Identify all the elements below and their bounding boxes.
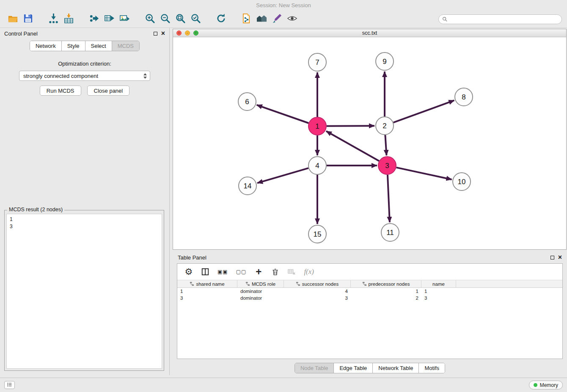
- tab-node-table[interactable]: Node Table: [295, 363, 334, 373]
- graph-node-label: 4: [315, 162, 319, 170]
- window-title: Session: New Session: [0, 0, 567, 11]
- delete-row-trash-icon[interactable]: [271, 267, 279, 277]
- memory-button[interactable]: Memory: [529, 381, 563, 389]
- overview-button[interactable]: [254, 13, 269, 26]
- graph-edge-3-1[interactable]: [326, 131, 379, 161]
- close-panel-icon[interactable]: ×: [161, 30, 165, 37]
- float-panel-icon[interactable]: [154, 32, 157, 36]
- graph-node-9[interactable]: 9: [376, 52, 394, 70]
- graph-node-4[interactable]: 4: [308, 157, 326, 174]
- graph-node-6[interactable]: 6: [238, 93, 256, 110]
- tab-motifs[interactable]: Motifs: [418, 363, 445, 373]
- graph-edge-1-2[interactable]: [327, 126, 374, 126]
- tab-select[interactable]: Select: [85, 41, 112, 51]
- close-table-panel-icon[interactable]: ×: [558, 254, 562, 261]
- zoom-out-button[interactable]: [157, 13, 173, 26]
- criterion-dropdown[interactable]: strongly connected component: [19, 71, 150, 81]
- search-field[interactable]: [438, 14, 562, 24]
- graph-edge-1-6[interactable]: [257, 105, 309, 123]
- graph-node-1[interactable]: 1: [308, 117, 326, 135]
- table-settings-gear-icon[interactable]: ⚙: [184, 267, 193, 277]
- zoom-fit-button[interactable]: [173, 13, 188, 26]
- column-header-successor-nodes[interactable]: successor nodes: [284, 280, 351, 287]
- window-minimize-icon[interactable]: −: [185, 30, 190, 36]
- import-network-button[interactable]: [46, 13, 61, 26]
- cell-name[interactable]: 1: [421, 289, 456, 294]
- mcds-result-textarea[interactable]: 1 3: [6, 214, 162, 369]
- graph-node-14[interactable]: 14: [239, 177, 256, 195]
- zoom-selected-icon: [190, 13, 201, 25]
- window-close-icon[interactable]: ×: [176, 30, 182, 36]
- mcds-result-title: MCDS result (2 nodes): [7, 207, 64, 213]
- column-header-mcds-role[interactable]: MCDS role: [237, 280, 284, 287]
- save-session-button[interactable]: [20, 13, 36, 26]
- export-image-button[interactable]: [117, 13, 132, 26]
- refresh-button[interactable]: [213, 13, 228, 26]
- tab-style[interactable]: Style: [61, 41, 85, 51]
- cell-successor-nodes[interactable]: 4: [284, 289, 351, 294]
- graph-node-7[interactable]: 7: [308, 53, 326, 71]
- cell-shared-name[interactable]: 1: [177, 289, 237, 294]
- network-canvas[interactable]: 7968124314101511: [173, 37, 566, 249]
- graph-edge-4-14[interactable]: [257, 168, 308, 183]
- cell-predecessor-nodes[interactable]: 2: [351, 295, 421, 301]
- search-input[interactable]: [449, 17, 558, 22]
- cell-shared-name[interactable]: 3: [177, 295, 237, 301]
- status-bar: Memory: [0, 378, 567, 392]
- tab-network-table[interactable]: Network Table: [372, 363, 418, 373]
- zoom-in-button[interactable]: [142, 13, 157, 26]
- table-row[interactable]: 1 dominator 4 1 1: [177, 288, 562, 295]
- column-label: MCDS role: [252, 282, 275, 287]
- cell-name[interactable]: 3: [421, 295, 456, 301]
- graph-node-15[interactable]: 15: [308, 225, 326, 243]
- column-header-name[interactable]: name: [421, 280, 456, 287]
- tab-mcds[interactable]: MCDS: [112, 41, 139, 51]
- tab-network[interactable]: Network: [30, 41, 61, 51]
- mcds-result-line: 3: [10, 223, 159, 230]
- float-table-panel-icon[interactable]: [550, 256, 554, 259]
- graph-node-10[interactable]: 10: [453, 173, 471, 190]
- tab-edge-table[interactable]: Edge Table: [333, 363, 372, 373]
- run-mcds-button[interactable]: Run MCDS: [40, 86, 81, 96]
- show-panel-list-button[interactable]: [4, 381, 15, 389]
- select-all-columns-icon[interactable]: ▣▣: [217, 267, 228, 277]
- export-network-button[interactable]: [86, 13, 102, 26]
- import-table-button[interactable]: [61, 13, 76, 26]
- window-zoom-icon[interactable]: +: [193, 30, 198, 36]
- graph-edge-3-11[interactable]: [388, 175, 390, 222]
- table-row[interactable]: 3 dominator 3 2 3: [177, 295, 562, 301]
- function-builder-icon[interactable]: f(x): [304, 267, 314, 277]
- cell-mcds-role[interactable]: dominator: [237, 289, 284, 294]
- export-table-button[interactable]: [102, 13, 117, 26]
- deselect-all-columns-icon[interactable]: ▢▢: [236, 267, 247, 277]
- graph-edge-3-10[interactable]: [396, 168, 452, 179]
- graph-node-3[interactable]: 3: [378, 157, 396, 174]
- control-panel-title: Control Panel: [4, 30, 38, 37]
- show-graphics-details-button[interactable]: [284, 13, 300, 26]
- cell-successor-nodes[interactable]: 3: [284, 295, 351, 301]
- network-graph[interactable]: 7968124314101511: [173, 37, 566, 249]
- graph-edge-2-3[interactable]: [385, 135, 386, 155]
- graph-node-2[interactable]: 2: [376, 117, 394, 135]
- apply-style-button[interactable]: [269, 13, 284, 26]
- zoom-selected-button[interactable]: [188, 13, 203, 26]
- network-view-window: × − + scc.txt 7968124314101511: [173, 29, 567, 250]
- close-panel-button[interactable]: Close panel: [87, 86, 130, 96]
- graph-node-label: 1: [315, 122, 319, 130]
- overview-houses-icon: [256, 13, 267, 25]
- main-toolbar: [0, 11, 567, 28]
- graph-node-11[interactable]: 11: [381, 224, 399, 241]
- graph-node-8[interactable]: 8: [455, 88, 473, 106]
- cell-mcds-role[interactable]: dominator: [237, 295, 284, 301]
- column-header-predecessor-nodes[interactable]: predecessor nodes: [351, 280, 421, 287]
- column-header-shared-name[interactable]: shared name: [177, 280, 237, 287]
- add-row-icon[interactable]: +: [254, 267, 263, 277]
- optimization-criterion-label: Optimization criterion:: [0, 61, 169, 67]
- graph-edge-2-8[interactable]: [394, 100, 454, 122]
- graph-node-label: 2: [383, 122, 386, 130]
- cell-predecessor-nodes[interactable]: 1: [351, 289, 421, 294]
- memory-status-dot-icon: [534, 383, 537, 387]
- show-columns-icon[interactable]: [201, 267, 209, 277]
- open-session-button[interactable]: [5, 13, 20, 26]
- clone-network-button[interactable]: [239, 13, 254, 26]
